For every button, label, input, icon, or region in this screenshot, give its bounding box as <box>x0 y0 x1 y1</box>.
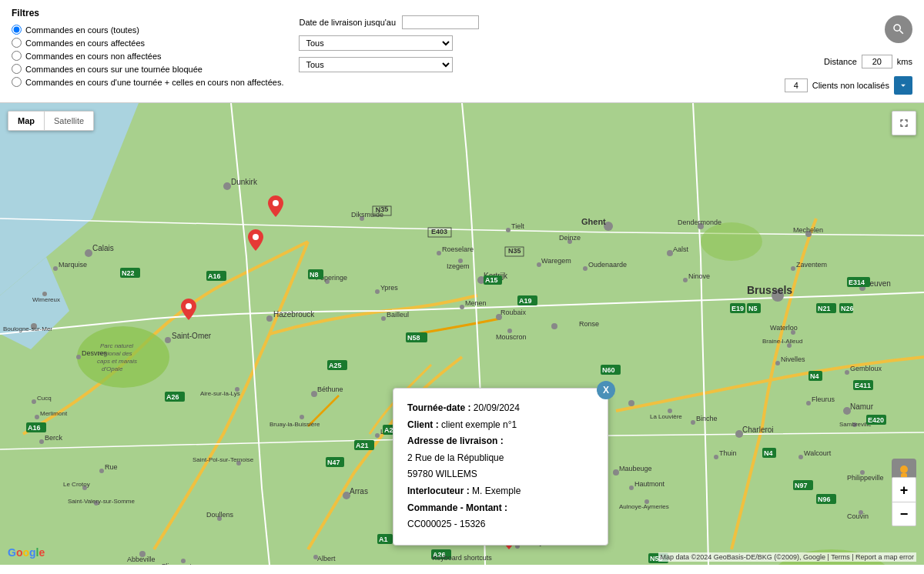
svg-text:Dunkirk: Dunkirk <box>231 178 258 186</box>
clients-count: 4 <box>785 78 808 92</box>
map-marker-3[interactable] <box>181 299 196 320</box>
svg-text:régional des: régional des <box>99 350 132 357</box>
map-marker-1[interactable] <box>268 195 283 217</box>
map-type-control: Map Satellite <box>8 111 94 131</box>
radio-option-5[interactable]: Commandes en cours d'une tournée + celle… <box>12 77 283 87</box>
popup-address-line2: 59780 WILLEMS <box>407 466 594 483</box>
svg-text:Menen: Menen <box>465 299 487 307</box>
svg-text:Mouscron: Mouscron <box>496 333 527 341</box>
dropdown-row-1: Tous <box>299 35 479 51</box>
svg-point-45 <box>311 391 317 397</box>
svg-point-212 <box>273 200 279 206</box>
dropdown-select-1[interactable]: Tous <box>299 35 453 51</box>
satellite-btn[interactable]: Satellite <box>45 112 93 130</box>
radio-option-1[interactable]: Commandes en cours (toutes) <box>12 25 283 35</box>
popup-close-button[interactable]: X <box>597 381 615 399</box>
svg-text:Mechelen: Mechelen <box>793 226 823 234</box>
svg-point-58 <box>628 400 634 406</box>
svg-text:Saint-Omer: Saint-Omer <box>172 332 212 340</box>
svg-text:Namur: Namur <box>850 402 874 411</box>
svg-text:Waregem: Waregem <box>541 257 571 265</box>
svg-text:Calais: Calais <box>92 244 114 252</box>
date-row: Date de livraison jusqu'au <box>299 15 479 29</box>
filters-right: Distance kms 4 Clients non localisés <box>785 8 912 95</box>
svg-text:Roubaix: Roubaix <box>500 309 527 316</box>
radio-input-2[interactable] <box>12 38 22 48</box>
dropdown-row-2: Tous <box>299 57 479 72</box>
popup-tournee-label: Tournée-date : <box>407 402 470 413</box>
svg-text:Wimereux: Wimereux <box>32 296 60 303</box>
svg-text:N47: N47 <box>327 459 340 466</box>
fullscreen-button[interactable] <box>892 111 916 135</box>
radio-label-3: Commandes en cours non affectées <box>25 52 162 61</box>
zoom-in-button[interactable]: + <box>892 477 916 502</box>
svg-text:N97: N97 <box>795 482 808 489</box>
date-label: Date de livraison jusqu'au <box>299 18 396 27</box>
svg-text:caps et marais: caps et marais <box>97 358 137 365</box>
zoom-controls: + − <box>892 477 916 526</box>
popup-tournee: Tournée-date : 20/09/2024 <box>407 400 594 417</box>
svg-point-109 <box>32 399 36 404</box>
popup-client-value: client exemple n°1 <box>441 419 517 430</box>
svg-text:Nivelles: Nivelles <box>781 355 805 363</box>
svg-text:Zaventem: Zaventem <box>796 261 827 269</box>
keyboard-shortcuts: Keyboard shortcuts <box>432 554 492 562</box>
svg-text:Béthune: Béthune <box>317 385 343 393</box>
clients-dropdown-button[interactable] <box>894 76 912 95</box>
date-input[interactable] <box>402 15 479 29</box>
popup-interlocuteur-value: M. Exemple <box>472 486 521 496</box>
radio-option-4[interactable]: Commandes en cours sur une tournée bloqu… <box>12 64 283 74</box>
svg-text:A25: A25 <box>329 362 342 369</box>
distance-input[interactable] <box>862 55 892 68</box>
radio-label-2: Commandes en cours affectées <box>25 38 145 48</box>
svg-text:E420: E420 <box>868 416 884 424</box>
svg-point-95 <box>460 305 464 309</box>
popup-address-header: Adresse de livraison : <box>407 436 504 446</box>
radio-input-4[interactable] <box>12 64 22 74</box>
svg-point-33 <box>583 266 588 271</box>
radio-input-3[interactable] <box>12 51 22 61</box>
map-attribution: Map data ©2024 GeoBasis-DE/BKG (©2009), … <box>658 552 916 562</box>
svg-point-107 <box>35 415 39 419</box>
svg-point-49 <box>375 433 380 438</box>
svg-text:Bruay-la-Buissière: Bruay-la-Buissière <box>270 421 320 428</box>
popup-interlocuteur: Interlocuteur : M. Exemple <box>407 483 594 500</box>
radio-option-2[interactable]: Commandes en cours affectées <box>12 38 283 48</box>
svg-text:Ninove: Ninove <box>688 272 710 280</box>
search-button[interactable] <box>885 15 912 43</box>
popup-client-label: Client : <box>407 419 439 430</box>
svg-text:Hazebrouck: Hazebrouck <box>273 310 315 319</box>
svg-text:E403: E403 <box>431 228 447 235</box>
svg-point-77 <box>629 486 634 490</box>
svg-point-115 <box>99 469 104 473</box>
svg-text:Deinze: Deinze <box>559 234 581 242</box>
svg-text:Binche: Binche <box>696 415 718 422</box>
svg-text:Philippeville: Philippeville <box>847 474 884 482</box>
zoom-out-button[interactable]: − <box>892 502 916 526</box>
google-logo: Google <box>8 546 45 559</box>
svg-text:N35: N35 <box>508 247 521 255</box>
radio-input-1[interactable] <box>12 25 22 35</box>
svg-text:Saint-Valery-sur-Somme: Saint-Valery-sur-Somme <box>68 498 136 505</box>
map-btn[interactable]: Map <box>8 112 44 130</box>
svg-point-213 <box>253 234 259 240</box>
svg-text:Roeselare: Roeselare <box>442 245 474 253</box>
svg-text:N60: N60 <box>602 366 615 374</box>
svg-text:N22: N22 <box>122 269 135 277</box>
svg-point-103 <box>76 355 81 359</box>
svg-text:A21: A21 <box>356 442 369 449</box>
svg-point-129 <box>506 228 511 232</box>
svg-text:Maubeuge: Maubeuge <box>619 465 652 472</box>
svg-text:Boulogne-sur-Mer: Boulogne-sur-Mer <box>3 325 52 332</box>
radio-option-3[interactable]: Commandes en cours non affectées <box>12 51 283 61</box>
svg-text:N4: N4 <box>764 449 773 457</box>
map-marker-2[interactable] <box>248 229 263 251</box>
dropdown-select-2[interactable]: Tous <box>299 57 453 72</box>
svg-text:Couvin: Couvin <box>847 512 869 520</box>
svg-text:E19: E19 <box>732 305 744 312</box>
svg-text:Hautmont: Hautmont <box>634 480 665 488</box>
svg-point-5 <box>701 222 762 261</box>
popup-client: Client : client exemple n°1 <box>407 417 594 434</box>
radio-input-5[interactable] <box>12 77 22 87</box>
svg-point-47 <box>300 415 304 419</box>
